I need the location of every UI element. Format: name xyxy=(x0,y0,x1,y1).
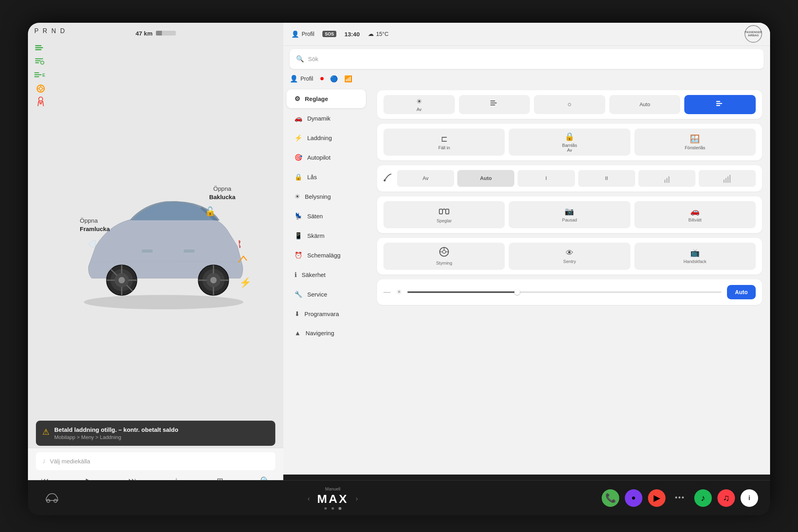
prnd-text: P R N D xyxy=(34,28,66,35)
svg-rect-9 xyxy=(34,76,39,77)
sentry-button[interactable]: 👁 Sentry xyxy=(509,243,630,270)
svg-rect-44 xyxy=(446,209,449,214)
wiper-speed2-label: II xyxy=(605,175,608,181)
sidebar-item-autopilot[interactable]: 🎯 Autopilot xyxy=(286,148,366,167)
steering-controls-row: Styrning 👁 Sentry 📺 Handskfack xyxy=(377,238,762,275)
steering-wheel-icon: 🎯 xyxy=(294,154,302,161)
open-framlucka-label[interactable]: Öppna Framlucka xyxy=(80,216,110,233)
wiper-speed2-button[interactable]: II xyxy=(578,170,635,187)
childlock-button[interactable]: 🔒 BarnlåsAv xyxy=(509,129,630,156)
glovebox-button[interactable]: 📺 Handskfack xyxy=(634,243,756,270)
mirrors-icon xyxy=(439,206,449,217)
fold-icon: ⊏ xyxy=(441,134,448,144)
tire-icon xyxy=(34,83,47,93)
more-apps-button[interactable]: ••• xyxy=(671,489,689,507)
sidebar-item-autopilot-label: Autopilot xyxy=(307,154,330,161)
dim-button[interactable]: ○ xyxy=(534,95,605,114)
sidebar-item-schemalag[interactable]: ⏰ Schemalägg xyxy=(286,246,366,265)
video-app-button[interactable]: ▶ xyxy=(648,489,666,507)
wiper-auto-button[interactable]: Auto xyxy=(457,170,514,187)
sidebar-item-laddning[interactable]: ⚡ Laddning xyxy=(286,129,366,147)
carwash-button[interactable]: 🚗 Biltvätt xyxy=(634,201,756,228)
profile-button[interactable]: 👤 Profil xyxy=(290,75,313,83)
light-off-label: Av xyxy=(417,107,422,112)
wiper-off-button[interactable]: Av xyxy=(397,170,454,187)
phone-app-button[interactable]: 📞 xyxy=(602,489,619,507)
auto-light-button[interactable]: Auto xyxy=(609,95,681,114)
music-app-button[interactable]: ♫ xyxy=(717,489,735,507)
open-baklucka-label[interactable]: Öppna Baklucka xyxy=(209,184,235,201)
carwash-icon: 🚗 xyxy=(690,207,700,216)
pause-label: Pausad xyxy=(562,218,577,222)
svg-rect-2 xyxy=(35,49,41,50)
wiper-off-label: Av xyxy=(423,175,429,181)
svg-rect-39 xyxy=(716,101,720,102)
sidebar-item-dynamik[interactable]: 🚗 Dynamik xyxy=(286,109,366,128)
pause-button[interactable]: 📷 Pausad xyxy=(509,201,630,228)
window-lock-icon: 🪟 xyxy=(690,134,700,144)
sidebar-item-las-label: Lås xyxy=(307,174,317,180)
circle-icon: ○ xyxy=(567,101,571,109)
svg-rect-37 xyxy=(490,103,497,103)
manual-max-area: Manuell ‹ MAX › xyxy=(64,487,602,510)
car-image: Öppna Framlucka Öppna Baklucka 🔓 ⚡ xyxy=(60,182,267,310)
sidebar-item-reglage-label: Reglage xyxy=(305,95,328,102)
info-app-button[interactable]: i xyxy=(741,489,758,507)
camera-app-button[interactable]: ● xyxy=(625,489,642,507)
sidebar-item-skarm[interactable]: 📱 Skärm xyxy=(286,226,366,245)
wiper-speed3-button[interactable] xyxy=(638,170,695,187)
spotify-button[interactable]: ♪ xyxy=(694,489,712,507)
nav-left-arrow[interactable]: ‹ xyxy=(308,494,310,503)
wiper-speed1-button[interactable]: I xyxy=(518,170,575,187)
wiper-speed4-button[interactable] xyxy=(699,170,756,187)
sidebar-item-saten[interactable]: 💺 Säten xyxy=(286,207,366,225)
tesla-screen: P R N D 47 km E xyxy=(28,23,770,510)
info-icon: ℹ xyxy=(294,271,297,279)
sidebar-item-programvara[interactable]: ⬇ Programvara xyxy=(286,305,366,323)
svg-rect-4 xyxy=(35,60,41,61)
brightness-low-icon: — xyxy=(383,288,391,296)
warning-text: Betald laddning otillg. – kontr. obetalt… xyxy=(54,426,178,440)
nav-right-arrow[interactable]: › xyxy=(356,494,358,503)
drl-button[interactable] xyxy=(459,95,530,114)
sentry-icon: 👁 xyxy=(566,249,573,257)
brightness-auto-button[interactable]: Auto xyxy=(727,285,756,299)
highbeam-button[interactable] xyxy=(684,95,756,114)
sidebar-item-navigering[interactable]: ▲ Navigering xyxy=(286,324,366,342)
sidebar-item-service[interactable]: 🔧 Service xyxy=(286,285,366,304)
settings-content: ☀ Av ○ Auto xyxy=(369,85,770,475)
seat-icon: 💺 xyxy=(294,212,302,220)
sidebar-item-service-label: Service xyxy=(307,291,327,298)
search-bar[interactable]: 🔍 Sök xyxy=(290,49,764,69)
status-bar-left: E xyxy=(34,43,47,107)
light-off-button[interactable]: ☀ Av xyxy=(383,95,455,114)
media-source-selector[interactable]: ♪ Välj mediekälla xyxy=(36,452,275,470)
sidebar-item-sakerhet[interactable]: ℹ Säkerhet xyxy=(286,265,366,284)
sidebar-item-las[interactable]: 🔒 Lås xyxy=(286,168,366,186)
sentry-label: Sentry xyxy=(563,259,576,264)
brightness-fill xyxy=(407,291,517,293)
weather-item: ☁ 15°C xyxy=(368,30,389,38)
search-icon: 🔍 xyxy=(296,55,304,63)
door-controls-row: ⊏ Fäll in 🔒 BarnlåsAv 🪟 Fönsterlås xyxy=(377,124,762,160)
sidebar-item-reglage[interactable]: ⚙ Reglage xyxy=(286,89,366,108)
range-fill xyxy=(156,31,162,36)
steering-ctrl-icon xyxy=(439,247,449,259)
sos-badge: SOS xyxy=(322,31,336,37)
wiper-controls-row: Av Auto I II xyxy=(377,165,762,192)
childlock-label: BarnlåsAv xyxy=(562,143,577,152)
svg-point-23 xyxy=(210,277,217,283)
brightness-auto-label: Auto xyxy=(735,289,748,295)
sidebar-item-dynamik-label: Dynamik xyxy=(307,115,330,122)
mirrors-controls-row: Speglar 📷 Pausad 🚗 Biltvätt xyxy=(377,196,762,233)
sidebar-item-belysning[interactable]: ☀ Belysning xyxy=(286,187,366,206)
brightness-slider[interactable] xyxy=(407,291,721,293)
window-lock-button[interactable]: 🪟 Fönsterlås xyxy=(634,129,756,156)
bluetooth-icon[interactable]: 🔵 xyxy=(330,75,338,83)
steering-button[interactable]: Styrning xyxy=(383,243,505,270)
profile-status-item[interactable]: 👤 Profil xyxy=(291,30,314,38)
mirrors-button[interactable]: Speglar xyxy=(383,201,505,228)
warning-banner: ⚠ Betald laddning otillg. – kontr. obeta… xyxy=(36,421,275,446)
car-taskbar-icon[interactable] xyxy=(40,492,64,504)
fold-mirrors-button[interactable]: ⊏ Fäll in xyxy=(383,129,505,156)
